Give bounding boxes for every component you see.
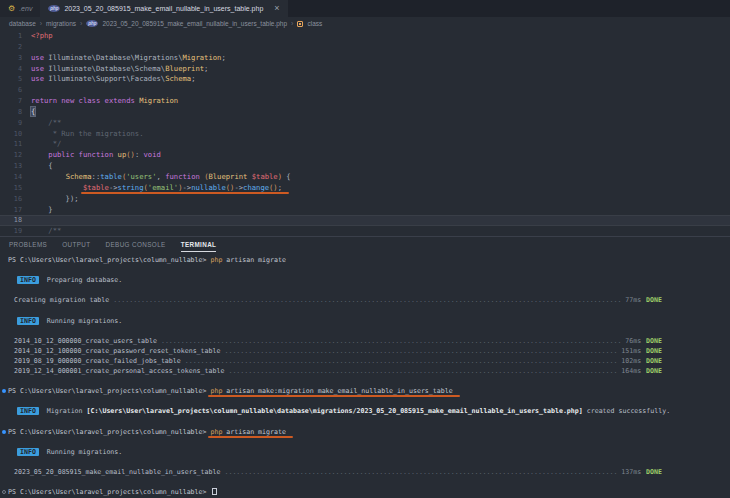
- terminal-command: php artisan migrate: [210, 428, 285, 436]
- code-text: use Illuminate\Database\Migrations\Migra…: [22, 53, 226, 64]
- tab-bar: ⚙ .env php 2023_05_20_085915_make_email_…: [0, 0, 730, 17]
- code-line[interactable]: 19 /**: [0, 226, 730, 236]
- terminal-line: PS C:\Users\User\laravel_projects\column…: [0, 255, 730, 265]
- vscode-window: ⚙ .env php 2023_05_20_085915_make_email_…: [0, 0, 730, 497]
- annotation-underline: $table->string('email')->nullable()->cha…: [83, 183, 282, 192]
- prompt-decoration-icon[interactable]: [2, 490, 6, 494]
- code-text: }: [22, 205, 53, 216]
- chevron-right-icon: ›: [40, 20, 42, 27]
- code-line[interactable]: 5use Illuminate\Support\Facades\Schema;: [0, 74, 730, 85]
- panel-tab-debug-console[interactable]: DEBUG CONSOLE: [106, 241, 166, 252]
- terminal-line: [0, 396, 730, 406]
- terminal-line: [0, 376, 730, 386]
- panel-tab-terminal[interactable]: TERMINAL: [181, 241, 217, 252]
- info-badge: INFO: [17, 407, 39, 415]
- code-text: /**: [22, 226, 61, 236]
- code-line[interactable]: 14 Schema::table('users', function (Blue…: [0, 172, 730, 183]
- code-line[interactable]: 8{: [0, 107, 730, 118]
- terminal-line: INFO Migration [C:\Users\User\laravel_pr…: [0, 406, 730, 416]
- line-number: 8: [0, 107, 22, 118]
- code-text: * Run the migrations.: [22, 129, 144, 140]
- code-text: /**: [22, 118, 61, 129]
- breadcrumb-item-class[interactable]: class: [307, 20, 322, 27]
- code-line[interactable]: 1<?php: [0, 31, 730, 42]
- info-badge: INFO: [17, 317, 39, 325]
- code-text: return new class extends Migration: [22, 96, 178, 107]
- code-text: {: [22, 161, 53, 172]
- code-line[interactable]: 11 */: [0, 139, 730, 150]
- breadcrumb-item-database[interactable]: database: [9, 20, 36, 27]
- line-number: 12: [0, 150, 22, 161]
- line-number: 19: [0, 226, 22, 236]
- terminal-prompt: PS C:\Users\User\laravel_projects\column…: [8, 428, 210, 436]
- chevron-right-icon: ›: [291, 20, 293, 27]
- terminal-content[interactable]: PS C:\Users\User\laravel_projects\column…: [0, 252, 730, 497]
- line-number: 11: [0, 139, 22, 150]
- code-text: use Illuminate\Support\Facades\Schema;: [22, 74, 195, 85]
- terminal-line: [0, 265, 730, 275]
- line-number: 18: [0, 215, 22, 226]
- line-number: 7: [0, 96, 22, 107]
- done-status: DONE: [646, 295, 662, 305]
- code-line[interactable]: 7return new class extends Migration: [0, 96, 730, 107]
- terminal-line: [0, 326, 730, 336]
- code-text: public function up(): void: [22, 150, 161, 161]
- terminal-line: Creating migration table................…: [0, 295, 662, 305]
- done-status: DONE: [646, 366, 662, 376]
- line-number: 10: [0, 129, 22, 140]
- breadcrumb-item-migrations[interactable]: migrations: [46, 20, 76, 27]
- code-line[interactable]: 12 public function up(): void: [0, 150, 730, 161]
- code-line[interactable]: 13 {: [0, 161, 730, 172]
- breadcrumb: database › migrations › php 2023_05_20_0…: [0, 17, 730, 30]
- line-number: 13: [0, 161, 22, 172]
- code-line[interactable]: 10 * Run the migrations.: [0, 129, 730, 140]
- created-file-path: [C:\Users\User\laravel_projects\column_n…: [87, 407, 583, 415]
- done-status: DONE: [646, 356, 662, 366]
- code-text: use Illuminate\Database\Schema\Blueprint…: [22, 64, 208, 75]
- terminal-command: php artisan migrate: [210, 256, 285, 264]
- terminal-line: INFO Running migrations.: [0, 316, 730, 326]
- code-line[interactable]: 18: [0, 215, 730, 226]
- code-line[interactable]: 16 });: [0, 194, 730, 205]
- info-badge: INFO: [17, 448, 39, 456]
- line-number: 9: [0, 118, 22, 129]
- line-number: 3: [0, 53, 22, 64]
- terminal-line: PS C:\Users\User\laravel_projects\column…: [0, 386, 730, 396]
- php-icon: php: [48, 5, 60, 12]
- terminal-line: 2019_08_19_000000_create_failed_jobs_tab…: [0, 356, 662, 366]
- tab-env[interactable]: ⚙ .env: [0, 0, 40, 17]
- terminal-line: 2014_10_12_000000_create_users_table....…: [0, 336, 662, 346]
- panel-tab-bar: PROBLEMS OUTPUT DEBUG CONSOLE TERMINAL: [0, 236, 730, 252]
- terminal-line: [0, 477, 730, 487]
- code-line[interactable]: 9 /**: [0, 118, 730, 129]
- line-number: 1: [0, 31, 22, 42]
- breadcrumb-item-file[interactable]: 2023_05_20_085915_make_email_nullable_in…: [102, 20, 287, 27]
- line-number: 4: [0, 64, 22, 75]
- line-number: 5: [0, 74, 22, 85]
- tab-env-label: .env: [19, 5, 32, 12]
- panel-tab-output[interactable]: OUTPUT: [62, 241, 90, 252]
- tab-migration-file[interactable]: php 2023_05_20_085915_make_email_nullabl…: [40, 0, 287, 17]
- line-number: 14: [0, 172, 22, 183]
- terminal-line: 2014_10_12_100000_create_password_reset_…: [0, 346, 662, 356]
- close-icon[interactable]: ×: [274, 4, 279, 13]
- code-line[interactable]: 4use Illuminate\Database\Schema\Blueprin…: [0, 64, 730, 75]
- line-number: 17: [0, 205, 22, 216]
- terminal-line: [0, 457, 730, 467]
- command-decoration-icon[interactable]: [2, 389, 6, 393]
- code-line[interactable]: 6: [0, 85, 730, 96]
- terminal-prompt: PS C:\Users\User\laravel_projects\column…: [8, 256, 210, 264]
- code-line[interactable]: 3use Illuminate\Database\Migrations\Migr…: [0, 53, 730, 64]
- line-number: 6: [0, 85, 22, 96]
- editor[interactable]: 1<?php23use Illuminate\Database\Migratio…: [0, 30, 730, 236]
- command-decoration-icon[interactable]: [2, 430, 6, 434]
- line-number: 15: [0, 183, 22, 194]
- code-text: });: [22, 194, 79, 205]
- panel-tab-problems[interactable]: PROBLEMS: [9, 241, 47, 252]
- code-text: <?php: [22, 31, 53, 42]
- code-line[interactable]: 17 }: [0, 205, 730, 216]
- class-symbol-icon: [297, 21, 303, 27]
- php-icon: php: [86, 20, 98, 27]
- code-line[interactable]: 2: [0, 42, 730, 53]
- code-line[interactable]: 15 $table->string('email')->nullable()->…: [0, 183, 730, 194]
